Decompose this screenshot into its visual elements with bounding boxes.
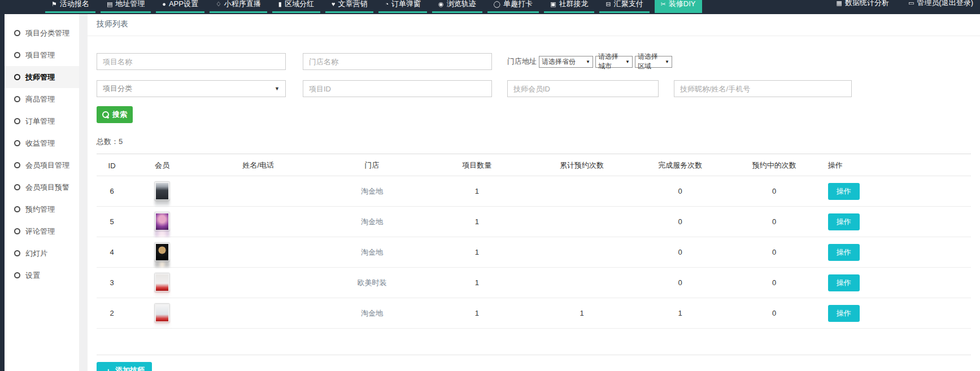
topnav-item-checkin[interactable]: ◯单趣打卡 xyxy=(487,0,539,13)
header-completed-services: 完成服务次数 xyxy=(634,154,726,176)
cell-id: 4 xyxy=(97,237,127,268)
district-select[interactable]: 请选择区域▼ xyxy=(635,56,672,68)
bottom-divider xyxy=(97,355,971,355)
table-row: 2 淘金地 1 1 1 0 操作 xyxy=(97,298,971,329)
cell-store: 欧美时装 xyxy=(320,268,425,298)
cell-pending-bookings: 0 xyxy=(726,237,822,268)
circle-bullet-icon xyxy=(14,96,20,102)
sidebar-item-booking-management[interactable]: 预约管理 xyxy=(5,198,79,220)
top-nav-items: ⚑活动报名 ▤地址管理 ●APP设置 ♢小程序直播 ▮区域分红 ♥文章营销 ◔订… xyxy=(45,0,702,13)
clock-icon: ◔ xyxy=(385,1,389,7)
store-name-input[interactable] xyxy=(303,53,492,70)
header-member: 会员 xyxy=(127,154,197,176)
topnav-item-group-chain[interactable]: ▣社群接龙 xyxy=(544,0,594,13)
row-action-button[interactable]: 操作 xyxy=(828,183,860,200)
cell-store: 淘金地 xyxy=(320,207,425,237)
sidebar-item-slideshow[interactable]: 幻灯片 xyxy=(5,242,79,264)
header-store: 门店 xyxy=(320,154,425,176)
cell-name-phone xyxy=(197,298,320,329)
table-header-row: ID 会员 姓名/电话 门店 项目数量 累计预约次数 完成服务次数 预约中的次数… xyxy=(97,154,971,176)
diamond-icon: ♢ xyxy=(216,1,221,8)
bar-icon: ▮ xyxy=(278,1,282,8)
chevron-down-icon: ▼ xyxy=(625,59,630,64)
add-technician-button[interactable]: ＋ 添加技师 xyxy=(97,362,152,371)
topnav-item-decorate-diy[interactable]: ✂装修DIY xyxy=(655,0,702,13)
cell-total-bookings xyxy=(529,268,634,298)
topnav-item-statistics[interactable]: ▦数据统计分析 xyxy=(834,0,891,10)
topnav-item-order-popup[interactable]: ◔订单弹窗 xyxy=(378,0,427,13)
cell-id: 6 xyxy=(97,176,127,207)
sidebar-item-technician-management[interactable]: 技师管理 xyxy=(5,66,79,88)
grid-icon: ▦ xyxy=(837,0,842,7)
target-icon: ◉ xyxy=(438,1,444,8)
panel-icon: ⊟ xyxy=(606,1,611,8)
top-navigation-bar: ⚑活动报名 ▤地址管理 ●APP设置 ♢小程序直播 ▮区域分红 ♥文章营销 ◔订… xyxy=(0,0,980,14)
cell-project-count: 1 xyxy=(424,298,529,329)
row-action-button[interactable]: 操作 xyxy=(828,305,860,322)
technician-avatar xyxy=(155,243,169,261)
city-select[interactable]: 请选择城市▼ xyxy=(595,56,633,68)
row-action-button[interactable]: 操作 xyxy=(828,274,860,291)
cell-total-bookings xyxy=(529,176,634,207)
sidebar-item-settings[interactable]: 设置 xyxy=(5,264,79,286)
sidebar-item-member-project-alert[interactable]: 会员项目预警 xyxy=(5,176,79,198)
topnav-item-activity-signup[interactable]: ⚑活动报名 xyxy=(45,0,95,13)
sidebar-item-project-management[interactable]: 项目管理 xyxy=(5,44,79,66)
sidebar-item-order-management[interactable]: 订单管理 xyxy=(5,110,79,132)
technician-avatar xyxy=(155,273,169,292)
search-filters: 门店地址 请选择省份▼ 请选择城市▼ 请选择区域▼ 项目分类▼ xyxy=(88,36,980,97)
flag-icon: ⚑ xyxy=(51,1,57,8)
header-id: ID xyxy=(97,154,127,176)
circle-bullet-icon xyxy=(14,228,20,234)
cell-project-count: 1 xyxy=(424,176,529,207)
province-select[interactable]: 请选择省份▼ xyxy=(539,56,593,68)
circle-bullet-icon xyxy=(14,74,20,80)
technician-member-id-input[interactable] xyxy=(507,80,659,97)
row-action-button[interactable]: 操作 xyxy=(828,244,860,261)
cell-store: 淘金地 xyxy=(320,298,425,329)
cell-project-count: 1 xyxy=(424,237,529,268)
topnav-item-app-settings[interactable]: ●APP设置 xyxy=(156,0,204,13)
cell-member xyxy=(127,176,197,207)
collapsed-nav-strip xyxy=(0,14,5,371)
topnav-item-address-management[interactable]: ▤地址管理 xyxy=(101,0,151,13)
topnav-item-browse-track[interactable]: ◉浏览轨迹 xyxy=(432,0,482,13)
sidebar-menu: 项目分类管理 项目管理 技师管理 商品管理 订单管理 收益管理 会员项目管理 会… xyxy=(5,14,79,371)
header-action: 操作 xyxy=(822,154,971,176)
circle-bullet-icon xyxy=(14,184,20,190)
search-button[interactable]: 搜索 xyxy=(97,106,133,123)
sidebar-item-member-project-management[interactable]: 会员项目管理 xyxy=(5,154,79,176)
sidebar-item-revenue-management[interactable]: 收益管理 xyxy=(5,132,79,154)
technician-name-input[interactable] xyxy=(674,80,852,97)
card-icon: ▤ xyxy=(107,1,112,8)
project-id-input[interactable] xyxy=(303,80,492,97)
circle-bullet-icon xyxy=(14,272,20,278)
topnav-item-article-marketing[interactable]: ♥文章营销 xyxy=(325,0,374,13)
project-name-input[interactable] xyxy=(97,53,286,70)
technician-avatar xyxy=(155,182,169,200)
topnav-item-account[interactable]: ▭管理员(退出登录) xyxy=(906,0,975,10)
row-action-button[interactable]: 操作 xyxy=(828,213,860,230)
technician-table: ID 会员 姓名/电话 门店 项目数量 累计预约次数 完成服务次数 预约中的次数… xyxy=(97,154,971,329)
cell-store: 淘金地 xyxy=(320,176,425,207)
search-icon xyxy=(102,111,110,119)
cell-pending-bookings: 0 xyxy=(726,298,822,329)
header-name-phone: 姓名/电话 xyxy=(197,154,320,176)
image-icon: ▣ xyxy=(550,1,556,8)
page-title: 技师列表 xyxy=(88,14,980,36)
cell-total-bookings xyxy=(529,207,634,237)
sidebar-item-project-category[interactable]: 项目分类管理 xyxy=(5,22,79,44)
sidebar-item-comment-management[interactable]: 评论管理 xyxy=(5,220,79,242)
circle-bullet-icon xyxy=(14,52,20,58)
chevron-down-icon: ▼ xyxy=(586,59,590,64)
main-content-panel: 技师列表 门店地址 请选择省份▼ 请选择城市▼ 请选择区域▼ 项目分类▼ 搜索 xyxy=(88,14,980,371)
topnav-item-region-dividend[interactable]: ▮区域分红 xyxy=(272,0,320,13)
project-category-select[interactable]: 项目分类▼ xyxy=(97,80,286,97)
dot-icon: ● xyxy=(162,1,166,7)
topnav-item-huiju-pay[interactable]: ⊟汇聚支付 xyxy=(599,0,649,13)
circle-bullet-icon xyxy=(14,30,20,36)
sidebar-item-goods-management[interactable]: 商品管理 xyxy=(5,88,79,110)
topnav-item-miniprogram-live[interactable]: ♢小程序直播 xyxy=(210,0,267,13)
cell-pending-bookings: 0 xyxy=(726,207,822,237)
cell-store: 淘金地 xyxy=(320,237,425,268)
